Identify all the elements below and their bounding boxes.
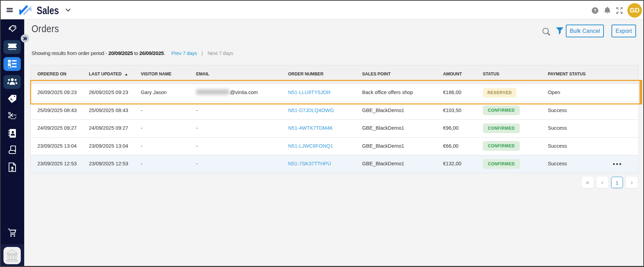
svg-text:?: ? bbox=[594, 8, 597, 13]
